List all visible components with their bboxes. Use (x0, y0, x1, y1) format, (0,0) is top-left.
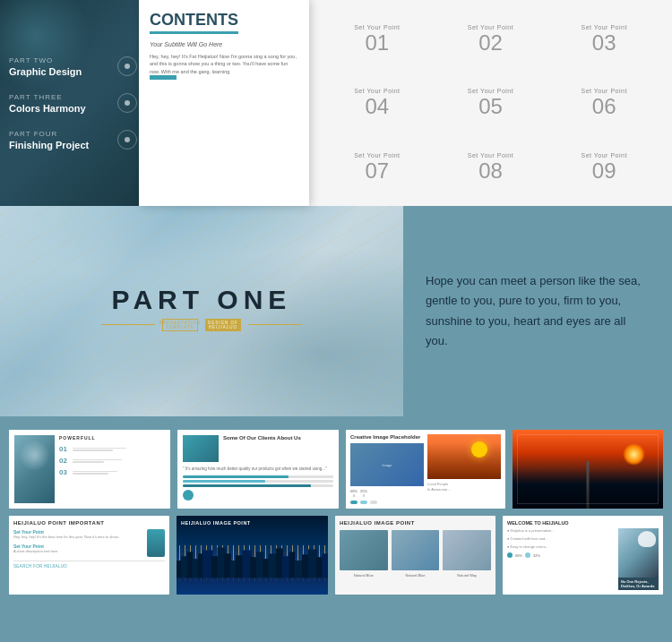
thumb-welcome[interactable]: WELCOME TO HEIJIALUO ● Heijialuo is a pr… (503, 516, 663, 595)
thumb-bar-lines-3 (73, 471, 117, 475)
number-label-7: Set Your Point (354, 152, 400, 158)
thumb-heijialuo-image[interactable]: HEIJIALUO IMAGE POINT Natural Blue Natur… (335, 516, 495, 595)
thumb-2-icon (183, 490, 194, 501)
thumb-heijialuo-point[interactable]: HEIJIALUO POINT IMPORTANT Set Your Point… (9, 516, 169, 595)
thumb-2-header: Some Of Our Clients About Us (183, 435, 333, 462)
sub1-text: PRESENTATION TEMPLATE (159, 321, 201, 330)
thumb-7-dots-row: 68% 32% (507, 552, 615, 558)
number-item-3: Set Your Point 03 (549, 9, 659, 69)
thumb-powerfull[interactable]: POWERFULL 01 02 (9, 430, 170, 509)
number-value-9: 09 (592, 160, 616, 182)
number-value-1: 01 (365, 32, 389, 54)
thumb-1-content: POWERFULL 01 02 (59, 435, 165, 503)
divider-line-left (101, 324, 155, 325)
number-item-7: Set Your Point 07 (323, 137, 432, 197)
svg-rect-15 (268, 553, 277, 578)
menu-item-finishing-project[interactable]: PART FOUR Finishing Project (9, 130, 130, 150)
thumb-6-images (340, 530, 491, 570)
thumb-6-label-2: Natural Blue (392, 573, 440, 578)
thumb-4-right (147, 529, 165, 557)
svg-rect-19 (294, 561, 303, 578)
thumb-4-block-1: Set Your Point Hey, hey, hey! It's the b… (13, 529, 142, 540)
sub2-text: DESIGN OF HEIJIALUO (206, 321, 240, 330)
right-text-panel: Hope you can meet a person like the sea,… (403, 206, 672, 416)
middle-section: PART ONE PRESENTATION TEMPLATE DESIGN OF… (0, 206, 672, 416)
thumb-3-title: Creative Image Placeholder (350, 434, 424, 441)
thumb-3-stats: 68%A 25%B (350, 489, 424, 498)
contents-slide: CONTENTS Your Subtitle Will Go Here Hey,… (139, 0, 309, 206)
thumb-7-left: ● Heijialuo is a presentation... ● Creat… (507, 528, 615, 590)
dot-teal (507, 552, 513, 558)
menu-title-3: Colors Harmony (9, 103, 130, 114)
thumb-3-dots (350, 501, 424, 504)
thumb-3-placeholder-text: Image (382, 463, 392, 467)
number-label-9: Set Your Point (581, 152, 626, 158)
top-section: PART TWO Graphic Design PART THREE Color… (0, 0, 672, 206)
svg-rect-9 (230, 561, 237, 578)
number-item-8: Set Your Point 08 (436, 137, 546, 197)
thumb-5-title: HEIJIALUO IMAGE POINT (181, 520, 251, 526)
line-2b (73, 461, 104, 463)
thumb-6-label-3: Natural Way (443, 573, 491, 578)
thumb-3-dot-gray (370, 501, 377, 504)
thumb-7-content: ● Heijialuo is a presentation... ● Creat… (507, 528, 659, 590)
thumb-2-bar-3 (183, 484, 333, 487)
number-item-1: Set Your Point 01 (323, 9, 432, 69)
thumb-bar-num-3: 03 (59, 468, 70, 476)
svg-rect-10 (236, 555, 244, 578)
svg-rect-8 (224, 553, 231, 578)
contents-title: CONTENTS (150, 11, 238, 34)
sun-shape (471, 441, 487, 458)
number-value-2: 02 (478, 32, 503, 54)
thumb-2-quote: " It's amazing how much better quality o… (183, 467, 333, 472)
thumb-4-title: HEIJIALUO POINT IMPORTANT (13, 520, 165, 526)
number-value-6: 06 (592, 96, 616, 117)
thumb-7-banner: No One Rejects, Dislikes, Or Awards (618, 578, 659, 590)
contents-subtitle: Your Subtitle Will Go Here (150, 41, 298, 47)
thumb-1-bars: 01 02 03 (59, 445, 165, 476)
divider-sub1: PRESENTATION TEMPLATE (162, 319, 198, 331)
thumb-6-labels: Natural Blue Natural Blue Natural Way (340, 573, 491, 578)
thumb-3-stat-1: 68%A (350, 489, 358, 498)
part-one-label: PART ONE (101, 287, 302, 313)
thumb-7-text-2: ● Created with love and... (507, 536, 615, 542)
thumb-2-bar-fill-1 (183, 475, 289, 478)
thumb-3-left: Creative Image Placeholder Image 68%A 25… (350, 434, 424, 504)
thumb-city[interactable]: HEIJIALUO IMAGE POINT (177, 516, 328, 595)
line-3a (73, 471, 117, 473)
thumb-row-2: HEIJIALUO POINT IMPORTANT Set Your Point… (9, 516, 663, 595)
thumb-2-bars (183, 475, 333, 487)
number-item-9: Set Your Point 09 (549, 137, 659, 197)
thumb-road[interactable] (513, 430, 663, 509)
menu-item-colors-harmony[interactable]: PART THREE Colors Harmony (9, 93, 130, 114)
svg-rect-20 (302, 554, 309, 578)
thumb-bar-row-3: 03 (59, 468, 165, 476)
thumb-about-us[interactable]: Some Of Our Clients About Us " It's amaz… (177, 430, 339, 509)
thumb-bar-num-2: 02 (59, 457, 70, 465)
menu-item-graphic-design[interactable]: PART TWO Graphic Design (9, 56, 130, 77)
thumb-7-right: No One Rejects, Dislikes, Or Awards (618, 528, 659, 590)
svg-rect-18 (289, 552, 296, 578)
part-one-content: PART ONE PRESENTATION TEMPLATE DESIGN OF… (101, 287, 302, 337)
city-skyline (177, 543, 328, 578)
thumb-row-1: POWERFULL 01 02 (9, 430, 663, 509)
svg-rect-12 (250, 557, 257, 578)
dot-label-2: 32% (533, 553, 540, 558)
thumb-6-label-1: Natural Blue (340, 573, 388, 578)
number-label-4: Set Your Point (354, 88, 400, 94)
thumb-3-placeholder: Image (350, 443, 424, 486)
thumb-3-dot-teal (350, 501, 358, 504)
thumb-4-search: SEARCH FOR HEIJIALUO (13, 561, 165, 569)
thumb-creative[interactable]: Creative Image Placeholder Image 68%A 25… (346, 430, 505, 509)
thumb-4-content: Set Your Point Hey, hey, hey! It's the b… (13, 529, 165, 557)
menu-icon-4 (117, 130, 137, 150)
number-label-6: Set Your Point (581, 88, 626, 94)
svg-rect-13 (256, 552, 264, 578)
number-item-4: Set Your Point 04 (323, 73, 432, 133)
svg-rect-17 (282, 556, 290, 578)
thumb-bar-lines-2 (73, 459, 122, 463)
thumb-bar-row-2: 02 (59, 457, 165, 465)
menu-part-3: PART THREE (9, 93, 130, 101)
thumb-2-bar-fill-3 (183, 484, 311, 487)
cat-shape (638, 531, 656, 547)
